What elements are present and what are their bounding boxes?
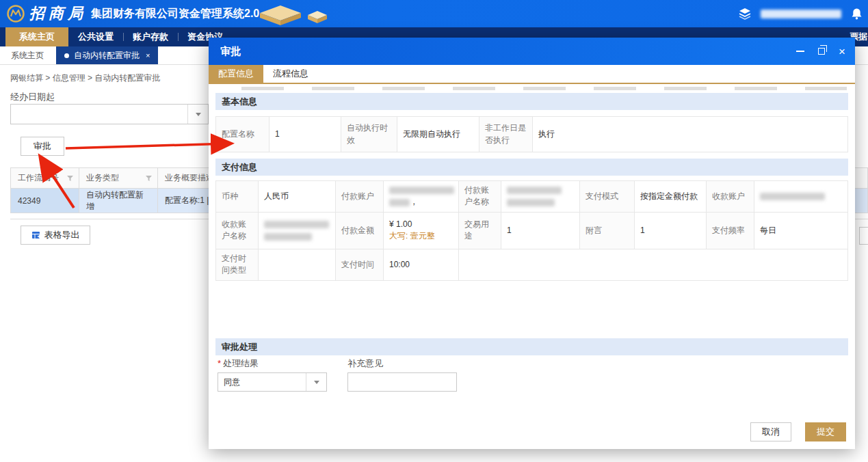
tab-system-home[interactable]: 系统主页	[0, 46, 56, 64]
result-select[interactable]: 同意	[218, 372, 327, 392]
select-caret-box[interactable]	[187, 105, 208, 124]
arrow-to-modal	[66, 144, 230, 148]
field-value: 10:00	[384, 249, 459, 280]
field-value: 按指定金额付款	[635, 181, 707, 213]
amount-capitals: 大写: 壹元整	[389, 230, 453, 242]
modal-title: 审批	[220, 45, 241, 58]
field-value: 1	[269, 117, 341, 152]
tab-auto-transfer-approval[interactable]: 自动内转配置审批 ×	[56, 46, 158, 64]
field-label: 支付时间	[336, 249, 384, 280]
filter-date-select[interactable]	[10, 104, 209, 124]
active-dot-icon	[64, 53, 69, 58]
field-value: 1	[635, 212, 707, 249]
maximize-icon[interactable]	[818, 48, 825, 55]
cubes-illustration	[241, 1, 343, 26]
modal-tab-bar: 配置信息 流程信息	[209, 65, 855, 84]
field-label: 支付频率	[707, 212, 754, 249]
col-workflow-id[interactable]: 工作流编号	[11, 168, 79, 189]
field-value: 1	[501, 212, 580, 249]
field-value	[259, 249, 336, 280]
result-label: *处理结果	[218, 357, 259, 370]
tab-label: 自动内转配置审批	[74, 50, 140, 62]
field-value: 无限期自动执行	[397, 117, 479, 152]
amount-number: ¥ 1.00	[389, 219, 453, 230]
section-basic-info: 基本信息	[215, 93, 848, 110]
field-value: 人民币	[259, 181, 336, 213]
field-label: 付款账户	[336, 181, 384, 213]
col-label: 业务概要描述	[165, 173, 214, 182]
modal-header[interactable]: 审批 ×	[209, 38, 855, 65]
redacted-value	[754, 181, 848, 213]
select-caret-box[interactable]	[306, 373, 326, 391]
chevron-down-icon	[196, 113, 201, 116]
tab-process-info[interactable]: 流程信息	[263, 65, 318, 83]
field-label: 支付模式	[580, 181, 635, 213]
result-label-text: 处理结果	[223, 358, 259, 368]
field-label: 收款账户名称	[216, 212, 259, 249]
minimize-icon[interactable]	[796, 51, 804, 52]
section-approval-process: 审批处理	[215, 338, 848, 355]
redacted-value: ，	[384, 181, 459, 213]
field-label: 收款账户	[707, 181, 754, 213]
field-label: 付款账户名称	[459, 181, 501, 213]
field-label: 附言	[580, 212, 635, 249]
export-label: 表格导出	[44, 229, 80, 241]
field-label: 币种	[216, 181, 259, 213]
brand-logo: 招商局	[7, 3, 87, 24]
chevron-down-icon	[314, 381, 319, 384]
field-label: 支付时间类型	[216, 249, 259, 280]
approval-modal: 审批 × 配置信息 流程信息 基本信息 配置名称 1 自动执行时效 无限期自动执…	[209, 38, 855, 449]
redacted-value	[501, 181, 580, 213]
amount-value: ¥ 1.00 大写: 壹元整	[384, 212, 459, 249]
clipped-stepper-decoration	[241, 87, 847, 90]
cell-business-type[interactable]: 自动内转配置新增	[79, 189, 158, 213]
section-payment-info: 支付信息	[215, 159, 848, 176]
modal-body: 基本信息 配置名称 1 自动执行时效 无限期自动执行 非工作日是否执行 执行 支…	[209, 87, 855, 281]
table-export-icon	[31, 230, 41, 240]
col-business-type[interactable]: 业务类型	[79, 168, 158, 189]
field-value: 执行	[533, 117, 848, 152]
close-icon[interactable]: ×	[839, 46, 845, 57]
comment-input[interactable]	[347, 372, 457, 392]
breadcrumb: 网银结算 > 信息管理 > 自动内转配置审批	[10, 72, 160, 84]
submit-button[interactable]: 提交	[805, 422, 846, 441]
empty-cell	[459, 249, 848, 280]
field-label: 配置名称	[216, 117, 269, 152]
cell-workflow-id[interactable]: 42349	[11, 189, 79, 213]
field-label: 非工作日是否执行	[479, 117, 533, 152]
nav-item-account-deposit[interactable]: 账户存款	[123, 27, 178, 46]
tab-config-info[interactable]: 配置信息	[209, 65, 263, 83]
brand-name: 招商局	[29, 3, 87, 24]
field-label: 自动执行时效	[341, 117, 397, 152]
field-label: 付款金额	[336, 212, 384, 249]
system-title: 集团财务有限公司资金管理系统2.0	[91, 7, 259, 21]
required-mark: *	[218, 358, 221, 368]
filter-date-label: 经办日期起	[10, 91, 55, 103]
result-value: 同意	[218, 373, 306, 391]
field-label: 交易用途	[459, 212, 501, 249]
nav-item-home[interactable]: 系统主页	[5, 27, 68, 46]
filter-date-value	[11, 105, 187, 124]
nav-item-public-settings[interactable]: 公共设置	[68, 27, 123, 46]
col-label: 业务类型	[86, 173, 119, 182]
current-user-redacted[interactable]	[761, 10, 841, 18]
approve-button[interactable]: 审批	[21, 137, 64, 156]
bell-icon[interactable]	[851, 8, 863, 20]
comment-label: 补充意见	[347, 357, 383, 370]
payment-info-table: 币种 人民币 付款账户 ， 付款账户名称 支付模式 按指定金额付款 收款账户 收…	[215, 180, 848, 281]
filter-icon[interactable]	[67, 176, 73, 181]
col-label: 工作流编号	[18, 173, 59, 182]
top-banner: 招商局 集团财务有限公司资金管理系统2.0	[0, 0, 868, 27]
cm-logo-icon	[7, 5, 25, 23]
field-value: 每日	[754, 212, 848, 249]
export-table-button[interactable]: 表格导出	[21, 226, 90, 245]
filter-icon[interactable]	[146, 176, 152, 181]
tab-close-icon[interactable]: ×	[146, 51, 150, 59]
redacted-value	[259, 212, 336, 249]
pagination-control-partial[interactable]	[859, 227, 868, 245]
basic-info-table: 配置名称 1 自动执行时效 无限期自动执行 非工作日是否执行 执行	[215, 116, 848, 152]
layers-icon[interactable]	[739, 8, 751, 20]
cancel-button[interactable]: 取消	[750, 422, 791, 441]
